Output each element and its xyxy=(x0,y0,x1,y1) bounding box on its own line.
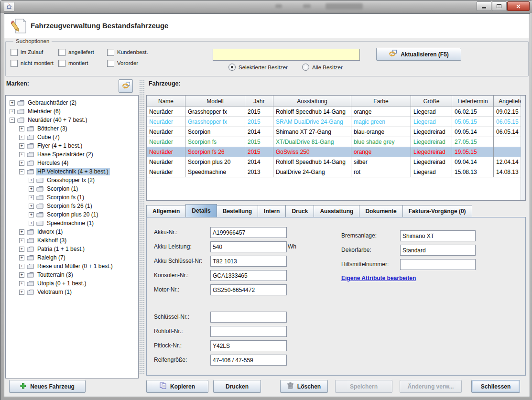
tree-item-hp-velotechnik-4-3-best[interactable]: −HP Velotechnik (4 + 3 best.) xyxy=(6,167,138,176)
tree-item-flyer-4-1-best[interactable]: +Flyer (4 + 1 best.) xyxy=(6,141,138,150)
table-cell[interactable]: Scorpion fs 26 xyxy=(185,147,245,157)
table-cell[interactable]: Neuräder xyxy=(147,127,185,137)
expand-toggle[interactable]: + xyxy=(29,178,34,183)
close-button[interactable] xyxy=(507,1,530,11)
table-cell[interactable]: Neuräder xyxy=(147,157,185,167)
radio-alle-besitzer[interactable]: Alle Besitzer xyxy=(302,64,343,71)
field-akku-leistung[interactable]: 540 xyxy=(210,241,287,252)
table-cell[interactable]: XT/DualDrive 81-Gang xyxy=(273,137,351,147)
checkbox[interactable] xyxy=(11,60,18,67)
tree-item-neuräder-40-7-best[interactable]: −Neuräder (40 + 7 best.) xyxy=(6,116,138,124)
expand-toggle[interactable]: + xyxy=(19,272,24,278)
table-cell[interactable]: 2015 xyxy=(245,107,273,117)
table-cell[interactable]: Neuräder xyxy=(147,107,185,117)
table-cell[interactable]: Liegerad xyxy=(411,167,452,177)
checkbox-vororder[interactable]: Vororder xyxy=(107,60,179,66)
table-cell[interactable]: rot xyxy=(351,167,411,177)
field-rohloff-nr[interactable] xyxy=(210,326,287,337)
tree-item-utopia-0-1-best[interactable]: +Utopia (0 + 1 best.) xyxy=(6,279,138,288)
table-cell[interactable]: Liegedreirad xyxy=(411,147,452,157)
expand-toggle[interactable]: + xyxy=(29,212,34,217)
table-cell[interactable]: 27.05.15 xyxy=(452,137,494,147)
expand-toggle[interactable]: + xyxy=(19,255,24,260)
table-cell[interactable]: 2014 xyxy=(245,127,273,137)
tab-details[interactable]: Details xyxy=(185,204,217,217)
checkbox-im-zulauf[interactable]: im Zulauf xyxy=(11,49,58,55)
table-cell[interactable]: Liegedreirad xyxy=(411,137,452,147)
neues-fahrzeug-button[interactable]: Neues Fahrzeug xyxy=(9,380,86,393)
field-hilfsmittelnummer[interactable] xyxy=(400,259,476,270)
brands-refresh-button[interactable] xyxy=(119,79,133,93)
tree-item-scorpion-fs-26-1[interactable]: +Scorpion fs 26 (1) xyxy=(6,202,138,210)
title-bar[interactable] xyxy=(0,0,532,13)
tree-item-gebrauchträder-2[interactable]: +Gebrauchträder (2) xyxy=(6,98,138,107)
drucken-button[interactable]: Drucken xyxy=(213,380,261,393)
tree-item-scorpion-plus-20-1[interactable]: +Scorpion plus 20 (1) xyxy=(6,210,138,219)
kopieren-button[interactable]: Kopieren xyxy=(146,380,208,393)
refresh-button[interactable]: Aktualisieren (F5) xyxy=(376,48,461,61)
tree-item-raleigh-7[interactable]: +Raleigh (7) xyxy=(6,253,138,262)
column-header-modell[interactable]: Modell xyxy=(185,96,245,107)
table-cell[interactable]: Scorpion fs xyxy=(185,137,245,147)
field-akku-schlüssel-nr[interactable]: T82 1013 xyxy=(210,256,287,267)
tree-item-speedmachine-1[interactable]: +Speedmachine (1) xyxy=(6,219,138,227)
table-cell[interactable]: 05.05.15 xyxy=(452,117,494,127)
table-cell[interactable]: orange xyxy=(351,147,411,157)
column-header-farbe[interactable]: Farbe xyxy=(351,96,411,107)
table-row[interactable]: NeuräderScorpion plus 202014Rohloff Spee… xyxy=(147,157,526,167)
expand-toggle[interactable]: + xyxy=(19,143,24,149)
search-input[interactable] xyxy=(213,49,360,61)
column-header-liefertermin[interactable]: Liefertermin xyxy=(452,96,494,107)
expand-toggle[interactable]: + xyxy=(19,126,24,131)
tree-item-toutterrain-3[interactable]: +Toutterrain (3) xyxy=(6,270,138,279)
schliessen-button[interactable]: Schliessen xyxy=(471,380,520,393)
expand-toggle[interactable]: + xyxy=(19,161,24,166)
field-dekorfarbe[interactable]: Standard xyxy=(400,245,476,256)
tab-allgemein[interactable]: Allgemein xyxy=(146,205,186,217)
table-row[interactable]: NeuräderScorpion2014Shimano XT 27-Gangbl… xyxy=(147,127,526,137)
tree-item-scorpion-fs-1[interactable]: +Scorpion fs (1) xyxy=(6,193,138,202)
table-cell[interactable]: Grasshopper fx xyxy=(185,107,245,117)
table-cell[interactable]: 2014 xyxy=(245,157,273,167)
table-cell[interactable]: 2015 xyxy=(245,137,273,147)
table-cell[interactable]: 09.05.14 xyxy=(452,127,494,137)
vertical-scrollbar[interactable] xyxy=(521,96,525,200)
field-schlüssel-nr[interactable] xyxy=(210,312,287,323)
table-cell[interactable]: blue shade grey xyxy=(351,137,411,147)
table-cell[interactable]: magic green xyxy=(351,117,411,127)
table-cell[interactable]: Rohloff Speedhub 14-Gang xyxy=(273,157,351,167)
table-row[interactable]: NeuräderScorpion fs2015XT/DualDrive 81-G… xyxy=(147,137,526,147)
expand-toggle[interactable]: + xyxy=(19,229,24,235)
column-header-größe[interactable]: Größe xyxy=(411,96,452,107)
table-cell[interactable]: 2015 xyxy=(245,117,273,127)
field-akku-nr[interactable]: A199966457 xyxy=(210,227,287,238)
table-cell[interactable]: 06.02.15 xyxy=(452,107,494,117)
tree-item-cube-7[interactable]: +Cube (7) xyxy=(6,133,138,141)
field-konsolen-nr[interactable]: GCA1333465 xyxy=(210,270,287,281)
expand-toggle[interactable]: + xyxy=(19,281,24,286)
tree-item-kalkhoff-3[interactable]: +Kalkhoff (3) xyxy=(6,236,138,245)
table-cell[interactable]: SRAM DualDrive 24-Gang xyxy=(273,117,351,127)
maximize-button[interactable] xyxy=(492,1,507,11)
table-cell[interactable]: orange xyxy=(351,107,411,117)
table-cell[interactable]: Liegerad xyxy=(411,117,452,127)
tree-item-riese-und-müller-0-1-best[interactable]: +Riese und Müller (0 + 1 best.) xyxy=(6,262,138,270)
speichern-button[interactable]: Speichern xyxy=(335,380,392,393)
table-row[interactable]: NeuräderSpeedmachine2013DualDrive 24-Gan… xyxy=(147,167,526,177)
tab-druck[interactable]: Druck xyxy=(285,205,314,217)
tab-ausstattung[interactable]: Ausstattung xyxy=(314,205,359,217)
table-cell[interactable]: Liegedreirad xyxy=(411,157,452,167)
löschen-button[interactable]: Löschen xyxy=(280,380,328,393)
table-cell[interactable]: Neuräder xyxy=(147,137,185,147)
expand-toggle[interactable]: − xyxy=(10,118,15,123)
table-row[interactable]: NeuräderGrasshopper fx2015Rohloff Speedh… xyxy=(147,107,526,117)
table-cell[interactable]: Rohloff Speedhub 14-Gang xyxy=(273,107,351,117)
expand-toggle[interactable]: − xyxy=(19,169,24,174)
checkbox[interactable] xyxy=(107,60,114,67)
checkbox[interactable] xyxy=(58,49,65,56)
änderung-verw-button[interactable]: Änderung verw... xyxy=(400,380,462,393)
checkbox-montiert[interactable]: montiert xyxy=(58,60,107,66)
table-cell[interactable]: Neuräder xyxy=(147,117,185,127)
app-icon-box[interactable] xyxy=(4,2,14,11)
tree-item-grasshopper-fx-2[interactable]: +Grasshopper fx (2) xyxy=(6,176,138,184)
